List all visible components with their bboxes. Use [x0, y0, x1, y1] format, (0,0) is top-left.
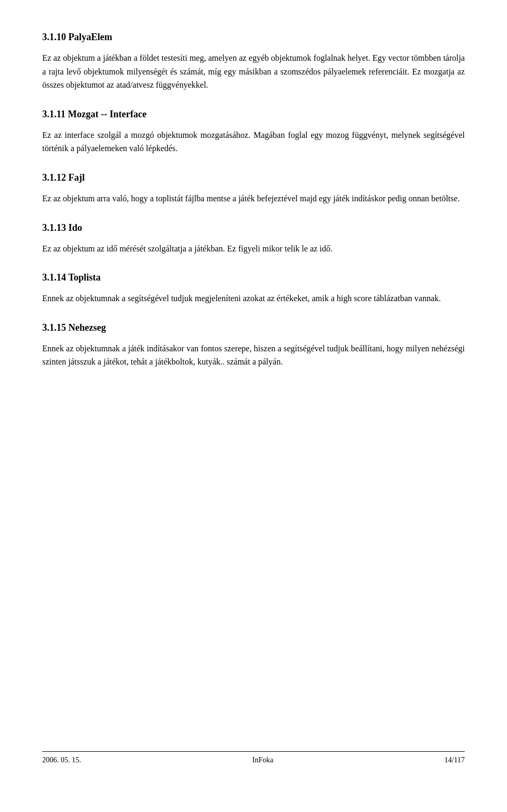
section-palyaelem: 3.1.10 PalyaElem Ez az objektum a játékb… — [42, 32, 465, 92]
footer-page: 14/117 — [445, 756, 465, 764]
page: 3.1.10 PalyaElem Ez az objektum a játékb… — [0, 0, 507, 812]
section-heading-fajl: 3.1.12 Fajl — [42, 172, 465, 183]
section-heading-ido: 3.1.13 Ido — [42, 222, 465, 234]
section-text-fajl-0: Ez az objektum arra való, hogy a toplist… — [42, 192, 465, 206]
section-mozgat-interface: 3.1.11 Mozgat -- Interface Ez az interfa… — [42, 109, 465, 155]
content-area: 3.1.10 PalyaElem Ez az objektum a játékb… — [42, 32, 465, 751]
section-heading-mozgat-interface: 3.1.11 Mozgat -- Interface — [42, 109, 465, 120]
section-heading-toplista: 3.1.14 Toplista — [42, 272, 465, 283]
footer: 2006. 05. 15. InFoka 14/117 — [42, 751, 465, 770]
section-toplista: 3.1.14 Toplista Ennek az objektumnak a s… — [42, 272, 465, 305]
section-text-toplista-0: Ennek az objektumnak a segítségével tudj… — [42, 292, 465, 305]
section-fajl: 3.1.12 Fajl Ez az objektum arra való, ho… — [42, 172, 465, 206]
footer-date: 2006. 05. 15. — [42, 756, 81, 764]
section-text-palyaelem-0: Ez az objektum a játékban a földet teste… — [42, 51, 465, 92]
footer-center: InFoka — [252, 756, 274, 764]
section-nehezseg: 3.1.15 Nehezseg Ennek az objektumnak a j… — [42, 322, 465, 369]
section-text-nehezseg-0: Ennek az objektumnak a játék indításakor… — [42, 342, 465, 369]
section-heading-palyaelem: 3.1.10 PalyaElem — [42, 32, 465, 43]
section-heading-nehezseg: 3.1.15 Nehezseg — [42, 322, 465, 333]
section-ido: 3.1.13 Ido Ez az objektum az idő mérését… — [42, 222, 465, 256]
section-text-mozgat-0: Ez az interface szolgál a mozgó objektum… — [42, 128, 465, 155]
section-text-ido-0: Ez az objektum az idő mérését szolgáltat… — [42, 242, 465, 256]
